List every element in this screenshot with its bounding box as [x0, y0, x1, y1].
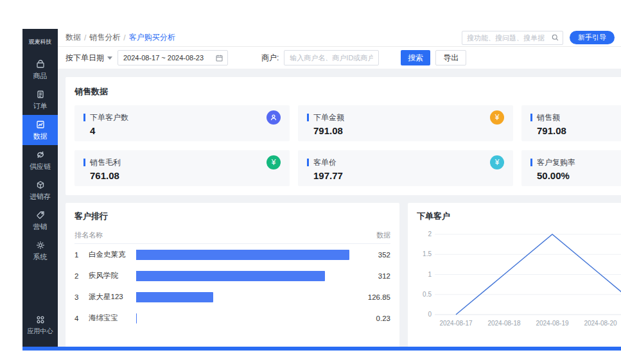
sidebar-item-label: 商品 [33, 71, 48, 81]
search-button[interactable]: 搜索 [401, 50, 430, 65]
breadcrumb-current: 客户购买分析 [129, 32, 175, 43]
sidebar-item-marketing[interactable]: 营销 [22, 205, 58, 236]
app-logo: 观麦科技 [22, 29, 58, 55]
sidebar-item-supply-chain[interactable]: 供应链 [22, 145, 58, 175]
ranking-bar [136, 292, 213, 302]
line-chart: 21.510.502024-08-172024-08-182024-08-192… [417, 226, 621, 340]
sidebar-item-data[interactable]: 数据 [22, 115, 58, 145]
stat-tile-gross-profit: 销售毛利 ¥ 761.08 [74, 150, 290, 186]
rank-number: 3 [74, 293, 89, 301]
sidebar-item-inventory[interactable]: 进销存 [22, 175, 58, 205]
bottom-row: 客户排行 排名 名称 数据 1 白金史莱克 352 2 [66, 203, 613, 347]
chart-card-title: 下单客户 [417, 211, 621, 222]
sales-data-card: 销售数据 下单客户数 4 [66, 77, 621, 195]
export-button[interactable]: 导出 [435, 50, 466, 65]
accent-bar [83, 159, 85, 166]
svg-text:2024-08-18: 2024-08-18 [487, 320, 521, 327]
ranking-row: 4 海绵宝宝 0.23 [74, 308, 390, 329]
stat-value: 197.77 [307, 170, 504, 181]
stat-label: 销售毛利 [90, 157, 121, 168]
sidebar-item-label: 系统 [33, 252, 48, 262]
stat-tile-avg-order-value: 客单价 ¥ 197.77 [298, 150, 513, 186]
rank-number: 4 [74, 315, 89, 322]
beginner-guide-button[interactable]: 新手引导 [570, 31, 615, 44]
stat-label: 下单金额 [313, 112, 344, 123]
sidebar: 观麦科技 商品 订单 数据 供应链 进销存 营销 系统 [22, 29, 58, 347]
content-area: 销售数据 下单客户数 4 [58, 69, 621, 347]
svg-text:1.5: 1.5 [423, 250, 432, 257]
top-bar: 数据 / 销售分析 / 客户购买分析 新手引导 [58, 29, 621, 47]
horizontal-scrollbar[interactable] [22, 347, 621, 351]
column-header-value: 数据 [349, 230, 390, 240]
breadcrumb-separator: / [123, 33, 125, 42]
global-search-box[interactable] [462, 31, 563, 45]
svg-text:2: 2 [428, 230, 432, 238]
global-search-input[interactable] [467, 34, 551, 42]
accent-bar [530, 114, 532, 121]
ranking-bar [136, 313, 137, 324]
stat-tile-sales-amount: 销售额 791.08 [521, 105, 621, 141]
sidebar-item-system[interactable]: 系统 [22, 236, 58, 266]
rank-number: 2 [74, 272, 89, 280]
stat-tile-customer-count: 下单客户数 4 [74, 105, 290, 141]
stats-grid: 下单客户数 4 下单金额 ¥ 791.08 [74, 105, 621, 186]
customer-name: 海绵宝宝 [89, 313, 136, 323]
svg-text:2024-08-19: 2024-08-19 [536, 320, 569, 327]
stat-label: 销售额 [537, 112, 560, 123]
customer-name: 白金史莱克 [89, 250, 136, 259]
supply-chain-icon [35, 150, 46, 160]
sidebar-item-label: 供应链 [30, 162, 51, 171]
yen-icon: ¥ [267, 155, 281, 169]
yen-icon: ¥ [490, 155, 504, 169]
accent-bar [83, 114, 85, 121]
ranking-value: 352 [349, 251, 390, 259]
sales-card-title: 销售数据 [74, 86, 621, 98]
inventory-icon [35, 180, 46, 190]
date-range-picker[interactable] [118, 50, 228, 65]
user-icon [267, 110, 281, 125]
column-header-name: 名称 [89, 230, 136, 240]
sidebar-item-label: 营销 [33, 222, 48, 232]
stat-label: 下单客户数 [90, 112, 128, 123]
stat-value: 50.00% [530, 170, 621, 181]
stat-value: 4 [83, 125, 281, 136]
filter-bar: 按下单日期 商户: 搜索 导出 [58, 47, 621, 69]
calendar-icon [215, 54, 223, 62]
ranking-bar [136, 271, 325, 281]
stat-value: 791.08 [530, 125, 621, 136]
svg-text:1: 1 [428, 271, 432, 278]
svg-text:2024-08-20: 2024-08-20 [584, 320, 617, 327]
marketing-icon [35, 210, 46, 220]
customer-name: 疾风学院 [89, 271, 136, 281]
app-center-icon [35, 315, 46, 325]
accent-bar [530, 159, 532, 166]
sidebar-item-label: 进销存 [30, 192, 51, 202]
order-customers-card: 下单客户 21.510.502024-08-172024-08-182024-0… [408, 203, 621, 347]
sidebar-item-goods[interactable]: 商品 [22, 55, 58, 85]
yen-icon: ¥ [490, 110, 504, 125]
merchant-search-input[interactable] [284, 50, 379, 65]
stat-value: 761.08 [83, 170, 281, 181]
stat-tile-order-amount: 下单金额 ¥ 791.08 [298, 105, 513, 141]
breadcrumb-item[interactable]: 数据 [66, 32, 81, 43]
stat-label: 客单价 [313, 157, 337, 168]
ranking-row: 1 白金史莱克 352 [74, 244, 390, 265]
ranking-table-header: 排名 名称 数据 [74, 227, 390, 244]
sidebar-item-label: 数据 [33, 132, 48, 141]
ranking-card-title: 客户排行 [74, 211, 390, 222]
date-range-input[interactable] [123, 54, 211, 62]
stat-tile-repurchase-rate: 客户复购率 50.00% [521, 150, 621, 186]
svg-text:2024-08-17: 2024-08-17 [439, 320, 473, 327]
date-type-label: 按下单日期 [66, 53, 104, 64]
sidebar-item-orders[interactable]: 订单 [22, 85, 58, 115]
sidebar-item-app-center[interactable]: 应用中心 [22, 310, 58, 340]
date-type-dropdown[interactable]: 按下单日期 [66, 53, 112, 64]
breadcrumb-item[interactable]: 销售分析 [89, 32, 120, 43]
column-header-rank: 排名 [74, 230, 89, 240]
stat-value: 791.08 [307, 125, 504, 136]
app-window: 观麦科技 商品 订单 数据 供应链 进销存 营销 系统 [22, 29, 621, 347]
stat-label: 客户复购率 [537, 157, 575, 168]
ranking-bar [136, 250, 349, 260]
goods-icon [35, 59, 46, 69]
ranking-value: 126.85 [349, 293, 390, 301]
